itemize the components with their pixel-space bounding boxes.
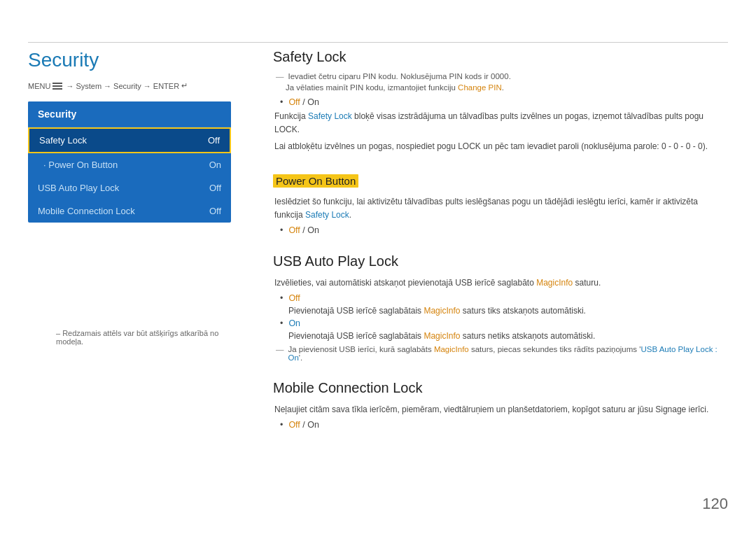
power-on-button-title: Power On Button bbox=[273, 172, 728, 188]
usb-off-bullet: Off bbox=[280, 293, 728, 303]
magic-info-link4: MagicInfo bbox=[434, 345, 469, 353]
enter-icon: ↵ bbox=[181, 81, 188, 90]
magic-info-link1: MagicInfo bbox=[536, 278, 573, 288]
section-usb-auto-play-lock: USB Auto Play Lock Izvēlieties, vai auto… bbox=[273, 253, 728, 362]
sidebar-item-power-on-button[interactable]: · Power On Button On bbox=[28, 153, 231, 176]
sidebar-item-mobile-connection-lock[interactable]: Mobile Connection Lock Off bbox=[28, 199, 231, 223]
safety-lock-note: Ievadiet četru ciparu PIN kodu. Noklusēj… bbox=[273, 72, 728, 80]
power-on-bullet: Off / On bbox=[280, 225, 728, 235]
power-on-safety-lock-link: Safety Lock bbox=[305, 210, 349, 220]
sidebar-menu: Security Safety Lock Off · Power On Butt… bbox=[28, 101, 231, 223]
usb-on-bullet: On bbox=[280, 318, 728, 328]
sidebar-item-usb-auto-play-lock[interactable]: USB Auto Play Lock Off bbox=[28, 176, 231, 199]
usb-on-desc: Pievienotajā USB ierīcē saglabātais Magi… bbox=[273, 331, 728, 341]
breadcrumb-arrow1: → bbox=[66, 82, 74, 90]
safety-lock-value: Off bbox=[208, 135, 220, 146]
magic-info-link3: MagicInfo bbox=[424, 331, 460, 341]
safety-lock-title: Safety Lock bbox=[273, 49, 728, 65]
safety-lock-label: Safety Lock bbox=[39, 135, 87, 146]
right-panel: Safety Lock Ievadiet četru ciparu PIN ko… bbox=[273, 49, 728, 448]
menu-icon bbox=[52, 83, 62, 90]
sidebar-item-safety-lock[interactable]: Safety Lock Off bbox=[28, 127, 231, 153]
section-power-on-button: Power On Button Ieslēdziet šo funkciju, … bbox=[273, 172, 728, 235]
usb-auto-play-lock-label: USB Auto Play Lock bbox=[38, 183, 119, 193]
menu-label: MENU bbox=[28, 82, 50, 90]
safety-lock-link1: Safety Lock bbox=[308, 111, 352, 121]
section-safety-lock: Safety Lock Ievadiet četru ciparu PIN ko… bbox=[273, 49, 728, 154]
mobile-off-on: Off / On bbox=[288, 420, 319, 430]
mobile-connection-lock-label: Mobile Connection Lock bbox=[38, 206, 135, 216]
sidebar-header: Security bbox=[28, 101, 231, 127]
safety-lock-bullet: Off / On bbox=[280, 97, 728, 107]
breadcrumb: MENU → System → Security → ENTER ↵ bbox=[28, 81, 245, 90]
breadcrumb-enter: ENTER bbox=[153, 82, 179, 90]
safety-lock-note2: Ja vēlaties mainīt PIN kodu, izmantojiet… bbox=[273, 83, 728, 92]
change-pin-link[interactable]: Change PIN bbox=[458, 83, 502, 92]
usb-auto-play-lock-value: Off bbox=[209, 183, 221, 193]
power-on-button-highlight: Power On Button bbox=[273, 174, 358, 188]
usb-auto-play-lock-desc: Izvēlieties, vai automātiski atskaņot pi… bbox=[273, 276, 728, 290]
footnote: – Redzamais attēls var būt atšķirīgs atk… bbox=[56, 329, 245, 346]
power-on-off-on: Off / On bbox=[288, 225, 319, 235]
mobile-connection-lock-desc: Neļaujiet citām sava tīkla ierīcēm, piem… bbox=[273, 403, 728, 416]
safety-lock-desc1: Funkcija Safety Lock bloķē visas izstrād… bbox=[273, 110, 728, 136]
mobile-off-on-bullet: Off / On bbox=[280, 420, 728, 430]
usb-on-label: On bbox=[288, 318, 300, 328]
section-mobile-connection-lock: Mobile Connection Lock Neļaujiet citām s… bbox=[273, 380, 728, 430]
power-on-button-value: On bbox=[209, 160, 221, 170]
mobile-connection-lock-value: Off bbox=[209, 206, 221, 216]
right-divider bbox=[273, 42, 728, 43]
usb-auto-play-lock-title: USB Auto Play Lock bbox=[273, 253, 728, 269]
usb-off-label: Off bbox=[288, 293, 300, 303]
usb-auto-play-lock-on-link: USB Auto Play Lock : On bbox=[288, 345, 718, 362]
page-title: Security bbox=[28, 49, 245, 71]
breadcrumb-security[interactable]: Security bbox=[113, 82, 141, 90]
note-dash: — bbox=[276, 345, 284, 353]
breadcrumb-arrow3: → bbox=[144, 82, 151, 90]
left-panel: Security MENU → System → Security → ENTE… bbox=[28, 49, 245, 223]
safety-lock-desc2: Lai atbloķētu izvēlnes un pogas, nospied… bbox=[273, 140, 728, 153]
breadcrumb-arrow2: → bbox=[104, 82, 111, 90]
mobile-connection-lock-title: Mobile Connection Lock bbox=[273, 380, 728, 396]
usb-note-block: — Ja pievienosit USB ierīci, kurā saglab… bbox=[273, 345, 728, 362]
page-number: 120 bbox=[702, 495, 728, 513]
breadcrumb-system[interactable]: System bbox=[76, 82, 102, 90]
safety-lock-off-on: Off / On bbox=[288, 97, 319, 107]
magic-info-link2: MagicInfo bbox=[424, 306, 460, 316]
safety-lock-note-text: Ievadiet četru ciparu PIN kodu. Noklusēj… bbox=[288, 72, 511, 80]
power-on-button-desc: Ieslēdziet šo funkciju, lai aktivizētu t… bbox=[273, 195, 728, 222]
usb-note-text: Ja pievienosit USB ierīci, kurā saglabāt… bbox=[288, 345, 729, 362]
power-on-button-label: · Power On Button bbox=[43, 160, 118, 170]
usb-off-desc: Pievienotajā USB ierīcē saglabātais Magi… bbox=[273, 306, 728, 316]
